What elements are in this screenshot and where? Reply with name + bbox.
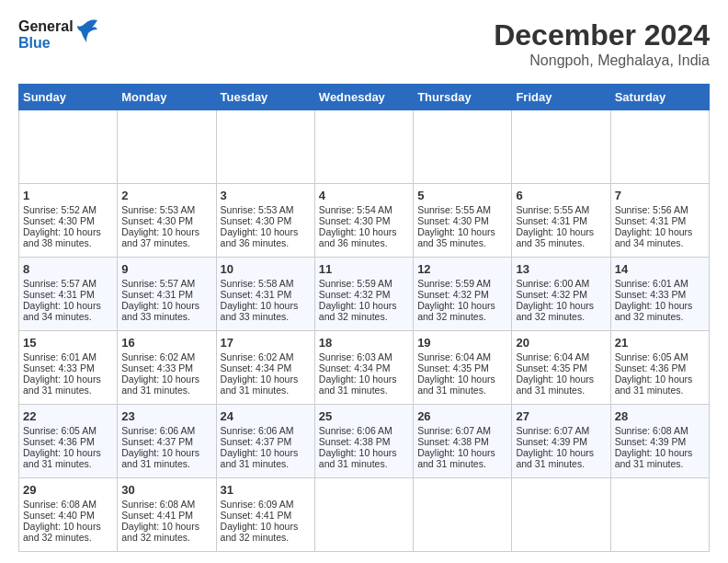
sunrise-text: Sunrise: 6:06 AM <box>319 425 392 436</box>
day-number: 16 <box>121 336 211 350</box>
sunrise-text: Sunrise: 6:06 AM <box>221 425 294 436</box>
daylight-text: Daylight: 10 hours and 38 minutes. <box>23 226 101 248</box>
sunrise-text: Sunrise: 5:59 AM <box>417 278 491 289</box>
sunrise-text: Sunrise: 6:07 AM <box>417 425 491 436</box>
sunset-text: Sunset: 4:30 PM <box>121 215 193 226</box>
day-number: 7 <box>615 189 705 202</box>
calendar-cell <box>19 110 118 184</box>
title-block: December 2024 Nongpoh, Meghalaya, India <box>494 18 710 69</box>
daylight-text: Daylight: 10 hours and 37 minutes. <box>121 226 199 248</box>
calendar-cell: 25 Sunrise: 6:06 AM Sunset: 4:38 PM Dayl… <box>314 405 413 478</box>
daylight-text: Daylight: 10 hours and 31 minutes. <box>516 447 594 469</box>
daylight-text: Daylight: 10 hours and 31 minutes. <box>221 447 299 469</box>
calendar-cell: 30 Sunrise: 6:08 AM Sunset: 4:41 PM Dayl… <box>118 478 216 552</box>
daylight-text: Daylight: 10 hours and 34 minutes. <box>615 226 693 248</box>
sunset-text: Sunset: 4:31 PM <box>516 215 587 226</box>
day-number: 18 <box>319 336 409 350</box>
calendar-cell: 13 Sunrise: 6:00 AM Sunset: 4:32 PM Dayl… <box>512 258 610 331</box>
week-row-1 <box>19 110 710 184</box>
daylight-text: Daylight: 10 hours and 32 minutes. <box>417 300 495 322</box>
day-number: 20 <box>516 336 606 350</box>
calendar-cell <box>216 110 314 184</box>
sunrise-text: Sunrise: 6:01 AM <box>23 351 97 362</box>
sunset-text: Sunset: 4:37 PM <box>221 436 292 447</box>
sunset-text: Sunset: 4:32 PM <box>516 289 587 300</box>
sunset-text: Sunset: 4:40 PM <box>23 510 95 521</box>
daylight-text: Daylight: 10 hours and 31 minutes. <box>23 447 101 469</box>
sunrise-text: Sunrise: 5:59 AM <box>319 278 392 289</box>
sunrise-text: Sunrise: 6:00 AM <box>516 278 589 289</box>
daylight-text: Daylight: 10 hours and 36 minutes. <box>221 226 299 248</box>
calendar-cell <box>512 478 610 552</box>
daylight-text: Daylight: 10 hours and 35 minutes. <box>516 226 594 248</box>
daylight-text: Daylight: 10 hours and 31 minutes. <box>319 373 397 396</box>
calendar-cell: 22 Sunrise: 6:05 AM Sunset: 4:36 PM Dayl… <box>19 405 118 478</box>
day-number: 17 <box>221 336 311 350</box>
sunrise-text: Sunrise: 6:05 AM <box>23 425 97 436</box>
sunrise-text: Sunrise: 6:08 AM <box>615 425 688 436</box>
calendar-cell: 31 Sunrise: 6:09 AM Sunset: 4:41 PM Dayl… <box>216 478 314 552</box>
daylight-text: Daylight: 10 hours and 31 minutes. <box>417 447 495 469</box>
sunset-text: Sunset: 4:33 PM <box>23 362 95 373</box>
sunrise-text: Sunrise: 5:58 AM <box>221 278 294 289</box>
calendar-cell <box>314 110 413 184</box>
calendar-cell <box>610 478 709 552</box>
sunset-text: Sunset: 4:30 PM <box>319 215 391 226</box>
daylight-text: Daylight: 10 hours and 32 minutes. <box>121 521 199 543</box>
sunrise-text: Sunrise: 6:03 AM <box>319 351 392 362</box>
calendar-cell: 27 Sunrise: 6:07 AM Sunset: 4:39 PM Dayl… <box>512 405 610 478</box>
sunset-text: Sunset: 4:36 PM <box>615 362 687 373</box>
week-row-6: 29 Sunrise: 6:08 AM Sunset: 4:40 PM Dayl… <box>19 478 710 552</box>
day-number: 12 <box>417 262 507 276</box>
sunrise-text: Sunrise: 5:55 AM <box>516 204 589 215</box>
week-row-3: 8 Sunrise: 5:57 AM Sunset: 4:31 PM Dayli… <box>19 258 710 331</box>
sunrise-text: Sunrise: 6:07 AM <box>516 425 589 436</box>
sunrise-text: Sunrise: 6:01 AM <box>615 278 688 289</box>
sunset-text: Sunset: 4:39 PM <box>615 436 687 447</box>
sunset-text: Sunset: 4:34 PM <box>221 362 292 373</box>
sunset-text: Sunset: 4:33 PM <box>121 362 193 373</box>
calendar-table: Sunday Monday Tuesday Wednesday Thursday… <box>18 84 710 552</box>
day-number: 4 <box>319 189 409 202</box>
day-number: 13 <box>516 262 606 276</box>
sunset-text: Sunset: 4:38 PM <box>319 436 391 447</box>
day-number: 21 <box>615 336 705 350</box>
calendar-cell: 21 Sunrise: 6:05 AM Sunset: 4:36 PM Dayl… <box>610 331 709 405</box>
day-number: 22 <box>23 409 113 423</box>
day-number: 28 <box>615 409 705 423</box>
sunset-text: Sunset: 4:31 PM <box>221 289 292 300</box>
day-number: 31 <box>221 483 311 497</box>
calendar-cell: 3 Sunrise: 5:53 AM Sunset: 4:30 PM Dayli… <box>216 184 314 258</box>
calendar-cell: 8 Sunrise: 5:57 AM Sunset: 4:31 PM Dayli… <box>19 258 118 331</box>
sunset-text: Sunset: 4:34 PM <box>319 362 391 373</box>
daylight-text: Daylight: 10 hours and 36 minutes. <box>319 226 397 248</box>
calendar-cell: 14 Sunrise: 6:01 AM Sunset: 4:33 PM Dayl… <box>610 258 709 331</box>
daylight-text: Daylight: 10 hours and 31 minutes. <box>121 373 199 396</box>
calendar-cell <box>512 110 610 184</box>
calendar-cell: 1 Sunrise: 5:52 AM Sunset: 4:30 PM Dayli… <box>19 184 118 258</box>
week-row-2: 1 Sunrise: 5:52 AM Sunset: 4:30 PM Dayli… <box>19 184 710 258</box>
day-number: 24 <box>221 409 311 423</box>
calendar-cell: 17 Sunrise: 6:02 AM Sunset: 4:34 PM Dayl… <box>216 331 314 405</box>
sunset-text: Sunset: 4:30 PM <box>23 215 95 226</box>
calendar-cell <box>414 110 512 184</box>
sunset-text: Sunset: 4:35 PM <box>516 362 587 373</box>
daylight-text: Daylight: 10 hours and 31 minutes. <box>121 447 199 469</box>
day-number: 9 <box>121 262 211 276</box>
calendar-cell: 19 Sunrise: 6:04 AM Sunset: 4:35 PM Dayl… <box>414 331 512 405</box>
sunset-text: Sunset: 4:31 PM <box>615 215 687 226</box>
sunset-text: Sunset: 4:37 PM <box>121 436 193 447</box>
calendar-cell: 2 Sunrise: 5:53 AM Sunset: 4:30 PM Dayli… <box>118 184 216 258</box>
calendar-cell: 5 Sunrise: 5:55 AM Sunset: 4:30 PM Dayli… <box>414 184 512 258</box>
sunrise-text: Sunrise: 5:57 AM <box>121 278 195 289</box>
sunrise-text: Sunrise: 6:08 AM <box>23 499 97 510</box>
daylight-text: Daylight: 10 hours and 31 minutes. <box>23 373 101 396</box>
day-number: 23 <box>121 409 211 423</box>
sunset-text: Sunset: 4:30 PM <box>221 215 292 226</box>
day-number: 19 <box>417 336 507 350</box>
calendar-cell: 9 Sunrise: 5:57 AM Sunset: 4:31 PM Dayli… <box>118 258 216 331</box>
daylight-text: Daylight: 10 hours and 32 minutes. <box>615 300 693 322</box>
sunrise-text: Sunrise: 6:04 AM <box>516 351 589 362</box>
header-saturday: Saturday <box>610 85 709 110</box>
daylight-text: Daylight: 10 hours and 31 minutes. <box>221 373 299 396</box>
